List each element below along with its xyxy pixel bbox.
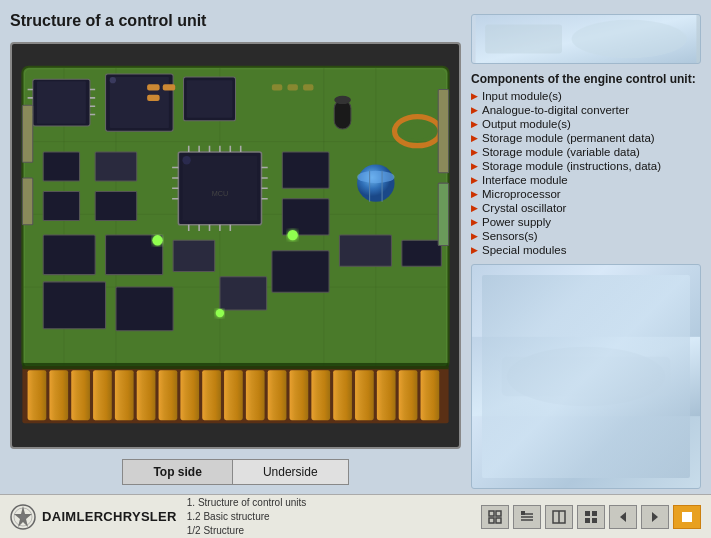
svg-rect-66 bbox=[339, 235, 391, 266]
arrow-icon: ▶ bbox=[471, 218, 478, 227]
svg-rect-91 bbox=[137, 370, 156, 420]
svg-rect-127 bbox=[592, 511, 597, 516]
svg-rect-25 bbox=[187, 80, 233, 117]
list-item[interactable]: ▶ Crystal oscillator bbox=[471, 202, 701, 214]
underside-button[interactable]: Underside bbox=[232, 459, 349, 485]
svg-rect-75 bbox=[438, 183, 448, 245]
svg-marker-130 bbox=[620, 512, 626, 522]
svg-rect-105 bbox=[22, 363, 448, 369]
svg-rect-129 bbox=[592, 518, 597, 523]
svg-rect-55 bbox=[334, 100, 351, 129]
arrow-icon: ▶ bbox=[471, 246, 478, 255]
arrow-icon: ▶ bbox=[471, 204, 478, 213]
panel-view-button[interactable] bbox=[545, 505, 573, 529]
svg-rect-100 bbox=[333, 370, 352, 420]
list-item[interactable]: ▶ Storage module (permanent data) bbox=[471, 132, 701, 144]
svg-rect-79 bbox=[147, 84, 159, 90]
list-item[interactable]: ▶ Input module(s) bbox=[471, 90, 701, 102]
item-label: Sensors(s) bbox=[482, 230, 538, 242]
svg-rect-102 bbox=[377, 370, 396, 420]
svg-rect-98 bbox=[290, 370, 309, 420]
svg-rect-95 bbox=[224, 370, 243, 420]
components-title: Components of the engine control unit: bbox=[471, 72, 701, 86]
svg-rect-61 bbox=[43, 235, 95, 275]
next-button[interactable] bbox=[641, 505, 669, 529]
svg-rect-109 bbox=[472, 337, 700, 416]
arrow-icon: ▶ bbox=[471, 232, 478, 241]
arrow-icon: ▶ bbox=[471, 162, 478, 171]
top-side-button[interactable]: Top side bbox=[122, 459, 231, 485]
item-label: Input module(s) bbox=[482, 90, 562, 102]
svg-rect-104 bbox=[421, 370, 440, 420]
arrow-icon: ▶ bbox=[471, 92, 478, 101]
list-item[interactable]: ▶ Power supply bbox=[471, 216, 701, 228]
svg-rect-101 bbox=[355, 370, 374, 420]
item-label: Storage module (instructions, data) bbox=[482, 160, 661, 172]
list-item[interactable]: ▶ Storage module (variable data) bbox=[471, 146, 701, 158]
item-label: Interface module bbox=[482, 174, 568, 186]
svg-rect-70 bbox=[43, 282, 105, 329]
footer-nav-text: 1. Structure of control units 1.2 Basic … bbox=[187, 496, 471, 538]
svg-point-115 bbox=[20, 514, 26, 520]
list-item[interactable]: ▶ Interface module bbox=[471, 174, 701, 186]
arrow-icon: ▶ bbox=[471, 134, 478, 143]
list-item[interactable]: ▶ Output module(s) bbox=[471, 118, 701, 130]
list-item[interactable]: ▶ Sensors(s) bbox=[471, 230, 701, 242]
nav-line1: 1. Structure of control units bbox=[187, 496, 471, 510]
svg-point-50 bbox=[357, 171, 394, 183]
svg-rect-73 bbox=[22, 178, 32, 225]
svg-rect-118 bbox=[489, 518, 494, 523]
svg-rect-111 bbox=[502, 357, 671, 397]
svg-point-49 bbox=[357, 164, 394, 201]
svg-rect-12 bbox=[37, 81, 86, 124]
right-panel: Components of the engine control unit: ▶… bbox=[471, 10, 701, 489]
brand-second: Chrysler bbox=[103, 509, 176, 524]
item-label: Special modules bbox=[482, 244, 566, 256]
svg-marker-131 bbox=[652, 512, 658, 522]
svg-rect-63 bbox=[173, 240, 215, 271]
arrow-icon: ▶ bbox=[471, 148, 478, 157]
right-bottom-image bbox=[471, 264, 701, 489]
item-label: Crystal oscillator bbox=[482, 202, 566, 214]
svg-rect-86 bbox=[28, 370, 47, 420]
svg-point-110 bbox=[507, 347, 666, 406]
svg-rect-68 bbox=[272, 251, 329, 293]
svg-rect-65 bbox=[282, 199, 329, 235]
tile-view-button[interactable] bbox=[577, 505, 605, 529]
svg-point-77 bbox=[287, 230, 297, 240]
svg-rect-81 bbox=[147, 95, 159, 101]
svg-rect-84 bbox=[303, 84, 313, 90]
svg-rect-22 bbox=[110, 77, 169, 128]
svg-rect-94 bbox=[202, 370, 221, 420]
svg-rect-132 bbox=[682, 512, 692, 522]
list-item[interactable]: ▶ Microprocessor bbox=[471, 188, 701, 200]
menu-button[interactable] bbox=[673, 505, 701, 529]
grid-view-button[interactable] bbox=[481, 505, 509, 529]
svg-rect-89 bbox=[93, 370, 112, 420]
footer: DaimlerChrysler 1. Structure of control … bbox=[0, 494, 711, 538]
logo-text: DaimlerChrysler bbox=[42, 509, 177, 524]
content-area: Structure of a control unit bbox=[0, 0, 711, 494]
right-top-image bbox=[471, 14, 701, 64]
svg-rect-72 bbox=[22, 105, 32, 162]
svg-rect-90 bbox=[115, 370, 134, 420]
svg-point-56 bbox=[334, 96, 351, 104]
list-item[interactable]: ▶ Storage module (instructions, data) bbox=[471, 160, 701, 172]
svg-rect-92 bbox=[159, 370, 178, 420]
svg-rect-126 bbox=[585, 511, 590, 516]
list-item[interactable]: ▶ Analogue-to-digital converter bbox=[471, 104, 701, 116]
footer-controls bbox=[481, 505, 701, 529]
svg-point-23 bbox=[110, 77, 116, 83]
svg-rect-67 bbox=[402, 240, 442, 266]
svg-rect-57 bbox=[43, 152, 79, 181]
svg-rect-88 bbox=[71, 370, 90, 420]
svg-rect-93 bbox=[180, 370, 199, 420]
list-item[interactable]: ▶ Special modules bbox=[471, 244, 701, 256]
arrow-icon: ▶ bbox=[471, 120, 478, 129]
prev-button[interactable] bbox=[609, 505, 637, 529]
svg-point-28 bbox=[182, 156, 190, 164]
list-view-button[interactable] bbox=[513, 505, 541, 529]
svg-rect-108 bbox=[485, 25, 562, 54]
arrow-icon: ▶ bbox=[471, 106, 478, 115]
svg-point-76 bbox=[152, 235, 162, 245]
